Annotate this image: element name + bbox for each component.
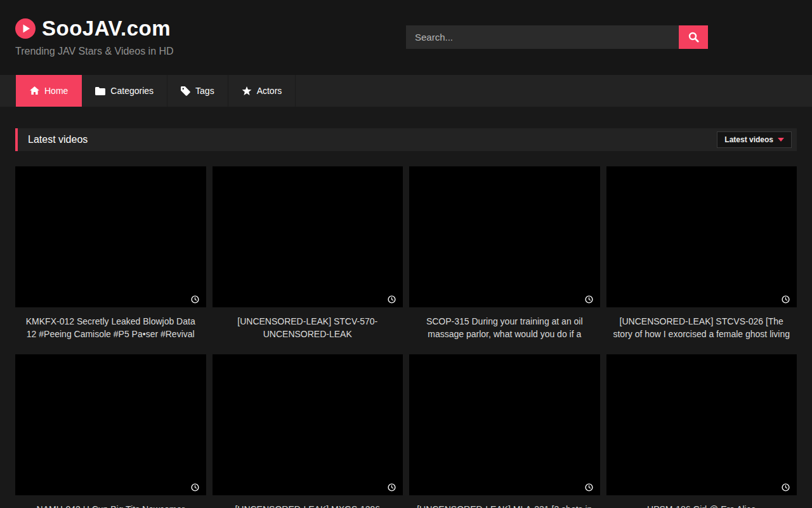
- video-title[interactable]: [UNCENSORED-LEAK] MXGS-1296 Absolutely: [213, 495, 403, 508]
- video-thumbnail[interactable]: [15, 354, 206, 495]
- sort-dropdown-label: Latest videos: [724, 135, 773, 144]
- video-thumbnail[interactable]: [15, 166, 206, 307]
- nav-item-actors[interactable]: Actors: [228, 75, 296, 107]
- video-thumbnail[interactable]: [409, 166, 600, 307]
- clock-icon: [782, 295, 790, 304]
- video-title[interactable]: NAMH-042 H Cup Big Tits Newcomer (170cm …: [15, 495, 206, 508]
- site-logo[interactable]: SooJAV.com: [15, 17, 171, 41]
- site-header: SooJAV.com Trending JAV Stars & Videos i…: [0, 0, 812, 75]
- video-title[interactable]: [UNCENSORED-LEAK] STCVS-026 [The story o…: [606, 307, 797, 340]
- video-card: KMKFX-012 Secretly Leaked Blowjob Data 1…: [15, 166, 206, 340]
- clock-icon: [191, 295, 199, 304]
- video-card: [UNCENSORED-LEAK] MLA-231 [3 shots in: [409, 354, 600, 508]
- video-thumbnail[interactable]: [213, 354, 403, 495]
- video-title[interactable]: [UNCENSORED-LEAK] MLA-231 [3 shots in: [409, 495, 600, 508]
- sort-dropdown[interactable]: Latest videos: [717, 131, 792, 148]
- folder-icon: [95, 87, 105, 95]
- nav-item-label: Tags: [195, 86, 214, 96]
- video-card: NAMH-042 H Cup Big Tits Newcomer (170cm …: [15, 354, 206, 508]
- video-thumbnail[interactable]: [606, 354, 797, 495]
- nav-item-label: Categories: [110, 86, 154, 96]
- clock-icon: [388, 295, 396, 304]
- video-title[interactable]: HPSM-186 Girl @ Era Alice: [606, 495, 797, 508]
- video-title[interactable]: [UNCENSORED-LEAK] STCV-570-UNCENSORED-LE…: [213, 307, 403, 340]
- clock-icon: [388, 483, 396, 491]
- latest-videos-section-header: Latest videos Latest videos: [15, 128, 797, 151]
- home-icon: [30, 86, 39, 95]
- video-grid: KMKFX-012 Secretly Leaked Blowjob Data 1…: [15, 166, 797, 508]
- star-icon: [242, 86, 252, 96]
- video-thumbnail[interactable]: [409, 354, 600, 495]
- caret-down-icon: [778, 138, 784, 142]
- site-tagline: Trending JAV Stars & Videos in HD: [15, 46, 174, 57]
- clock-icon: [585, 483, 593, 491]
- video-card: HPSM-186 Girl @ Era Alice: [606, 354, 797, 508]
- video-thumbnail[interactable]: [606, 166, 797, 307]
- search-form: [406, 25, 708, 49]
- video-title[interactable]: SCOP-315 During your training at an oil …: [409, 307, 600, 340]
- site-title: SooJAV.com: [42, 17, 171, 41]
- video-thumbnail[interactable]: [213, 166, 403, 307]
- clock-icon: [782, 483, 790, 491]
- nav-item-categories[interactable]: Categories: [82, 75, 167, 107]
- tag-icon: [181, 86, 190, 96]
- search-button[interactable]: [679, 25, 708, 49]
- video-card: [UNCENSORED-LEAK] STCVS-026 [The story o…: [606, 166, 797, 340]
- clock-icon: [585, 295, 593, 304]
- video-card: [UNCENSORED-LEAK] STCV-570-UNCENSORED-LE…: [213, 166, 403, 340]
- play-circle-icon: [15, 18, 36, 39]
- nav-item-label: Home: [44, 86, 68, 96]
- main-content: Latest videos Latest videos KMKFX-012 Se…: [0, 128, 812, 508]
- nav-item-tags[interactable]: Tags: [167, 75, 228, 107]
- search-input[interactable]: [406, 25, 679, 49]
- clock-icon: [191, 483, 199, 491]
- video-card: [UNCENSORED-LEAK] MXGS-1296 Absolutely: [213, 354, 403, 508]
- nav-item-home[interactable]: Home: [16, 75, 82, 107]
- nav-item-label: Actors: [257, 86, 282, 96]
- video-card: SCOP-315 During your training at an oil …: [409, 166, 600, 340]
- section-title: Latest videos: [28, 134, 88, 145]
- main-nav: Home Categories Tags Actors: [0, 75, 812, 107]
- search-icon: [688, 32, 699, 43]
- video-title[interactable]: KMKFX-012 Secretly Leaked Blowjob Data 1…: [15, 307, 206, 340]
